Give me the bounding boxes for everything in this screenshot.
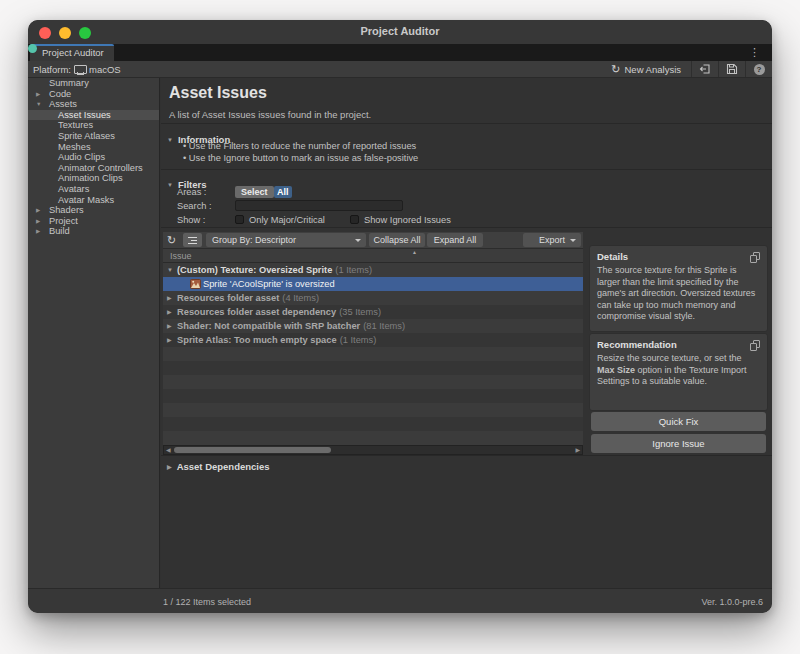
quick-fix-button[interactable]: Quick Fix xyxy=(591,412,766,431)
sidebar-item-assets[interactable]: ▼Assets xyxy=(28,99,159,110)
table-column-header[interactable]: Issue ▲ xyxy=(163,249,583,263)
group-count: (1 Items) xyxy=(335,265,372,275)
empty-table-row xyxy=(163,361,583,375)
asset-dependencies-label: Asset Dependencies xyxy=(177,461,270,472)
collapse-all-button[interactable]: Collapse All xyxy=(369,233,425,247)
group-count: (1 Items) xyxy=(340,335,377,345)
show-ignored-issues-label: Show Ignored Issues xyxy=(364,215,451,225)
sidebar-item-meshes[interactable]: Meshes xyxy=(28,142,159,153)
sprite-texture-icon xyxy=(190,279,201,289)
chevron-collapsed-icon[interactable]: ▶ xyxy=(167,305,172,319)
window-titlebar[interactable]: Project Auditor xyxy=(28,20,772,44)
platform-selector[interactable]: Platform: macOS xyxy=(33,61,121,77)
chevron-expanded-icon[interactable]: ▼ xyxy=(167,263,173,277)
chevron-collapsed-icon[interactable]: ▶ xyxy=(167,333,172,347)
new-analysis-button[interactable]: ↻ New Analysis xyxy=(601,61,691,77)
ignore-issue-button[interactable]: Ignore Issue xyxy=(591,434,766,453)
sort-arrow-icon[interactable]: ▲ xyxy=(412,249,417,255)
issue-group-row[interactable]: ▶Resources folder asset(4 Items) xyxy=(163,291,583,305)
tab-project-auditor[interactable]: Project Auditor xyxy=(30,44,114,61)
search-input[interactable] xyxy=(235,200,403,211)
sidebar-item-label: Build xyxy=(49,226,70,236)
sidebar-item-avatars[interactable]: Avatars xyxy=(28,184,159,195)
show-ignored-issues-checkbox[interactable] xyxy=(350,215,359,224)
sidebar-item-sprite-atlases[interactable]: Sprite Atlases xyxy=(28,131,159,142)
tab-menu-kebab-icon[interactable]: ⋮ xyxy=(749,45,760,60)
sidebar-item-label: Project xyxy=(49,216,78,226)
load-report-button[interactable] xyxy=(691,61,718,77)
sidebar-tree: Summary▶Code▼AssetsAsset IssuesTexturesS… xyxy=(28,78,160,588)
sidebar-item-build[interactable]: ▶Build xyxy=(28,226,159,237)
chevron-collapsed-icon[interactable]: ▶ xyxy=(167,319,172,333)
copy-icon[interactable] xyxy=(750,340,760,351)
empty-table-row xyxy=(163,403,583,417)
group-label: (Custom) Texture: Oversized Sprite xyxy=(177,265,332,275)
sidebar-item-label: Avatars xyxy=(58,184,89,194)
copy-icon[interactable] xyxy=(750,252,760,263)
sidebar-item-avatar-masks[interactable]: Avatar Masks xyxy=(28,195,159,206)
chevron-expanded-icon[interactable]: ▼ xyxy=(36,99,41,110)
scrollbar-thumb[interactable] xyxy=(174,447,331,453)
export-dropdown[interactable]: Export xyxy=(523,233,581,247)
only-major-critical-label: Only Major/Critical xyxy=(249,215,325,225)
save-report-button[interactable] xyxy=(718,61,745,77)
empty-table-row xyxy=(163,389,583,403)
issue-group-row[interactable]: ▶Sprite Atlas: Too much empty space(1 It… xyxy=(163,333,583,347)
asset-dependencies-foldout[interactable]: ▶Asset Dependencies xyxy=(161,455,772,474)
areas-value-badge: All xyxy=(274,186,292,198)
chevron-down-icon xyxy=(570,239,576,242)
sprite-texture-icon xyxy=(190,279,201,291)
scroll-left-icon[interactable]: ◀ xyxy=(166,446,171,454)
expand-all-button[interactable]: Expand All xyxy=(427,233,483,247)
table-refresh-button[interactable]: ↻ xyxy=(167,234,176,246)
filters-section: ▼Filters Areas : Select All Search : Sho… xyxy=(161,170,772,228)
tab-label: Project Auditor xyxy=(42,47,104,58)
sidebar-item-animation-clips[interactable]: Animation Clips xyxy=(28,173,159,184)
only-major-critical-checkbox[interactable] xyxy=(235,215,244,224)
chevron-expanded-icon: ▼ xyxy=(167,137,173,143)
chevron-collapsed-icon[interactable]: ▶ xyxy=(36,89,40,100)
sidebar-item-project[interactable]: ▶Project xyxy=(28,216,159,227)
issue-row[interactable]: Sprite 'ACoolSprite' is oversized xyxy=(163,277,583,291)
scroll-right-icon[interactable]: ▶ xyxy=(575,446,580,454)
chevron-collapsed-icon[interactable]: ▶ xyxy=(36,205,40,216)
group-view-toggle-button[interactable] xyxy=(183,233,202,247)
sidebar-item-label: Code xyxy=(49,89,71,99)
group-label: Sprite Atlas: Too much empty space xyxy=(177,335,337,345)
help-button[interactable]: ? xyxy=(745,61,772,77)
platform-toolbar: Platform: macOS ↻ New Analysis xyxy=(28,61,772,78)
project-auditor-window: Project Auditor Project Auditor ⋮ Platfo… xyxy=(28,20,772,613)
monitor-icon xyxy=(74,64,86,75)
sidebar-item-label: Asset Issues xyxy=(58,110,111,120)
information-bullet: Use the Filters to reduce the number of … xyxy=(183,141,416,151)
issues-band: ↻ Group By: Descriptor Collapse All Expa… xyxy=(161,232,772,455)
sidebar-item-textures[interactable]: Textures xyxy=(28,120,159,131)
page-subtitle-row: A list of Asset Issues issues found in t… xyxy=(161,106,772,124)
sidebar-item-label: Avatar Masks xyxy=(58,195,114,205)
recommendation-box: Recommendation Resize the source texture… xyxy=(589,333,768,411)
details-text: The source texture for this Sprite is la… xyxy=(597,265,760,323)
sidebar-item-summary[interactable]: Summary xyxy=(28,78,159,89)
details-title: Details xyxy=(597,251,760,262)
sidebar-item-animator-controllers[interactable]: Animator Controllers xyxy=(28,163,159,174)
sidebar-item-label: Sprite Atlases xyxy=(58,131,115,141)
sidebar-item-shaders[interactable]: ▶Shaders xyxy=(28,205,159,216)
horizontal-scrollbar[interactable]: ◀ ▶ xyxy=(163,445,583,455)
issue-group-row[interactable]: ▼(Custom) Texture: Oversized Sprite(1 It… xyxy=(163,263,583,277)
issue-group-row[interactable]: ▶Shader: Not compatible with SRP batcher… xyxy=(163,319,583,333)
sidebar-item-label: Summary xyxy=(49,78,89,88)
chevron-collapsed-icon[interactable]: ▶ xyxy=(36,216,40,227)
areas-select-button[interactable]: Select xyxy=(235,186,274,198)
new-analysis-label: New Analysis xyxy=(625,64,682,75)
group-label: Resources folder asset xyxy=(177,293,279,303)
group-count: (4 Items) xyxy=(282,293,319,303)
sidebar-item-asset-issues[interactable]: Asset Issues xyxy=(28,110,159,121)
chevron-collapsed-icon[interactable]: ▶ xyxy=(167,291,172,305)
group-by-value: Group By: Descriptor xyxy=(212,235,296,245)
sidebar-item-audio-clips[interactable]: Audio Clips xyxy=(28,152,159,163)
group-by-dropdown[interactable]: Group By: Descriptor xyxy=(206,233,366,247)
issue-group-row[interactable]: ▶Resources folder asset dependency(35 It… xyxy=(163,305,583,319)
sidebar-item-code[interactable]: ▶Code xyxy=(28,89,159,100)
chevron-collapsed-icon[interactable]: ▶ xyxy=(36,226,40,237)
empty-table-row xyxy=(163,431,583,445)
